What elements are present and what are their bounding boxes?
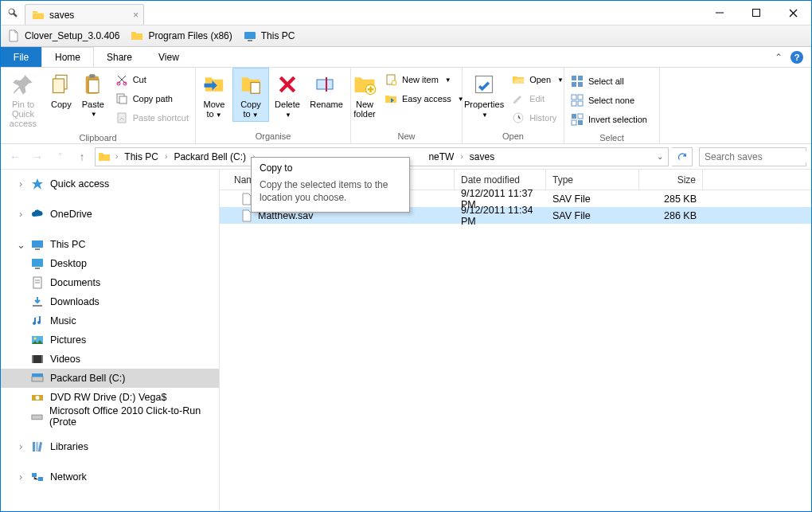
svg-rect-48	[32, 355, 43, 363]
address-dropdown-icon[interactable]: ⌄	[652, 152, 668, 161]
new-item-button[interactable]: New item▼	[381, 71, 467, 88]
svg-rect-60	[38, 477, 43, 481]
tooltip-title: Copy to	[260, 162, 401, 174]
svg-rect-28	[572, 95, 576, 100]
invert-icon	[571, 113, 584, 126]
tab-close-icon[interactable]: ×	[133, 10, 139, 21]
copy-button[interactable]: Copy	[45, 68, 77, 112]
svg-rect-24	[572, 76, 576, 80]
col-size[interactable]: Size	[639, 170, 703, 190]
new-folder-button[interactable]: New folder	[351, 68, 378, 122]
edit-button[interactable]: Edit	[509, 90, 567, 107]
sidebar-this-pc[interactable]: ⌄This PC	[1, 235, 219, 254]
svg-rect-52	[32, 373, 43, 377]
svg-rect-58	[38, 442, 42, 451]
sidebar-libraries[interactable]: ›Libraries	[1, 437, 219, 456]
delete-button[interactable]: Delete▼	[269, 68, 306, 122]
copy-to-button[interactable]: Copy to▼	[232, 68, 269, 122]
up-button[interactable]: ↑	[72, 147, 92, 166]
sidebar-pictures[interactable]: Pictures	[1, 330, 219, 350]
svg-rect-55	[32, 415, 42, 420]
history-button[interactable]: History	[509, 109, 567, 127]
titlebar: saves ×	[1, 1, 811, 25]
select-all-button[interactable]: Select all	[568, 72, 650, 90]
maximize-button[interactable]	[738, 1, 775, 25]
pin-to-quick-access-button[interactable]: Pin to Quick access	[1, 68, 45, 131]
bookmark-label: Clover_Setup_3.0.406	[25, 30, 119, 41]
bookmark-clover-setup[interactable]: Clover_Setup_3.0.406	[7, 29, 119, 42]
sidebar-onedrive[interactable]: ›OneDrive	[1, 205, 219, 224]
folder-icon	[32, 9, 45, 21]
refresh-button[interactable]	[672, 147, 693, 166]
col-type[interactable]: Type	[546, 170, 639, 190]
search-input[interactable]	[705, 151, 812, 162]
easy-access-icon	[385, 92, 397, 105]
sidebar-office-drive[interactable]: Microsoft Office 2010 Click-to-Run (Prot…	[1, 407, 219, 426]
select-none-button[interactable]: Select none	[568, 92, 650, 109]
select-none-icon	[571, 94, 584, 107]
properties-icon	[473, 73, 495, 96]
recent-button[interactable]: ˅	[50, 147, 69, 166]
invert-selection-button[interactable]: Invert selection	[568, 111, 650, 128]
copy-path-button[interactable]: Copy path	[112, 90, 192, 107]
ribbon: Pin to Quick access Copy Paste▼ Cut Copy…	[1, 68, 811, 144]
minimize-button[interactable]	[701, 1, 738, 25]
sidebar-dvd-drive[interactable]: DVD RW Drive (D:) Vega$	[1, 388, 219, 407]
svg-rect-26	[572, 82, 576, 87]
settings-wrench-icon[interactable]	[1, 1, 25, 25]
crumb-netw[interactable]: neTW	[424, 151, 458, 162]
sidebar-videos[interactable]: Videos	[1, 350, 219, 369]
open-button[interactable]: Open▼	[509, 71, 567, 88]
btn-label: New folder	[353, 100, 377, 119]
back-button[interactable]: ←	[6, 147, 25, 166]
close-button[interactable]	[775, 1, 811, 25]
paste-button[interactable]: Paste▼	[77, 68, 109, 121]
tab-home[interactable]: Home	[41, 47, 94, 67]
forward-button[interactable]: →	[28, 147, 47, 166]
new-item-icon	[385, 73, 397, 86]
rename-button[interactable]: Rename	[306, 68, 347, 112]
tab-saves[interactable]: saves ×	[25, 4, 144, 25]
sidebar-desktop[interactable]: Desktop	[1, 254, 219, 273]
paste-icon	[82, 73, 104, 96]
svg-point-47	[34, 338, 37, 340]
file-list: Name Date modified Type Size Autosave.sa…	[220, 170, 811, 512]
cut-button[interactable]: Cut	[112, 71, 192, 88]
svg-rect-16	[251, 83, 260, 94]
bookmark-program-files[interactable]: Program Files (x86)	[131, 29, 232, 42]
svg-rect-22	[476, 76, 493, 93]
move-to-button[interactable]: Move to▼	[196, 68, 232, 122]
tab-share[interactable]: Share	[94, 47, 146, 67]
easy-access-button[interactable]: Easy access▼	[381, 90, 467, 107]
libraries-icon	[31, 440, 44, 453]
sidebar-documents[interactable]: Documents	[1, 273, 219, 292]
svg-rect-7	[53, 79, 64, 93]
file-menu[interactable]: File	[1, 47, 41, 67]
crumb-saves[interactable]: saves	[466, 151, 498, 162]
delete-icon	[277, 74, 298, 95]
sidebar-music[interactable]: Music	[1, 311, 219, 330]
network-icon	[31, 471, 44, 483]
sidebar-downloads[interactable]: Downloads	[1, 292, 219, 311]
btn-label: Copy	[51, 100, 72, 109]
sidebar-network[interactable]: ›Network	[1, 467, 219, 487]
tab-title: saves	[49, 10, 74, 21]
col-date[interactable]: Date modified	[455, 170, 546, 190]
sidebar-packard-bell[interactable]: Packard Bell (C:)	[1, 369, 219, 388]
bookmarks-bar: Clover_Setup_3.0.406 Program Files (x86)…	[1, 25, 811, 47]
tab-view[interactable]: View	[146, 47, 193, 67]
navigation-pane: ›Quick access ›OneDrive ⌄This PC Desktop…	[1, 170, 220, 512]
paste-shortcut-button[interactable]: Paste shortcut	[112, 109, 192, 127]
ribbon-collapse-icon[interactable]: ⌃	[775, 52, 783, 63]
sidebar-quick-access[interactable]: ›Quick access	[1, 174, 219, 193]
help-icon[interactable]: ?	[791, 51, 803, 64]
move-to-icon	[202, 72, 226, 96]
btn-label: Rename	[310, 100, 343, 109]
search-box[interactable]	[699, 147, 806, 166]
crumb-this-pc[interactable]: This PC	[120, 151, 162, 162]
svg-rect-31	[578, 101, 583, 106]
crumb-drive[interactable]: Packard Bell (C:)	[170, 151, 250, 162]
bookmark-this-pc[interactable]: This PC	[244, 29, 295, 42]
svg-rect-9	[88, 80, 99, 92]
properties-button[interactable]: Properties▼	[463, 68, 506, 122]
